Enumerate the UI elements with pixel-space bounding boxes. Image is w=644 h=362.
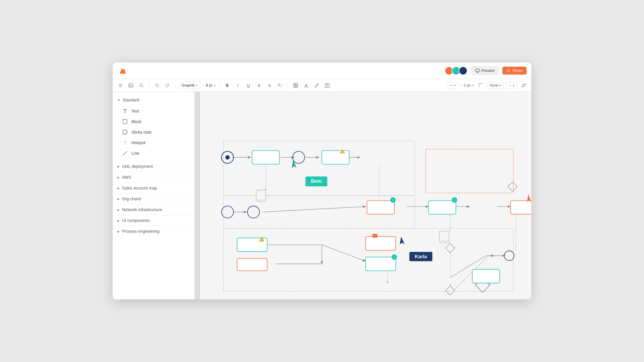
- svg-line-18: [317, 84, 318, 85]
- image-icon[interactable]: [127, 81, 135, 89]
- diagram-svg: ! ✓: [200, 92, 531, 299]
- font-size-minus[interactable]: −: [203, 83, 205, 88]
- font-family-selector[interactable]: Graphik ▾: [179, 82, 200, 89]
- sidebar-item-hotspot[interactable]: Hotspot: [113, 137, 194, 148]
- present-button[interactable]: Present: [471, 66, 499, 75]
- sticky-note-item-label: Sticky note: [131, 130, 151, 135]
- svg-text:": ": [374, 235, 375, 237]
- chevron-right-icon: ▶: [117, 165, 120, 168]
- pen-icon[interactable]: [313, 81, 321, 89]
- svg-text:Beto: Beto: [311, 178, 322, 184]
- sticky-note-icon: [122, 129, 128, 135]
- bold-button[interactable]: B: [223, 81, 232, 89]
- line-type-dropdown[interactable]: — ▾: [447, 82, 458, 89]
- ui-components-label: UI components: [122, 218, 150, 223]
- sidebar-item-network-infrastructure[interactable]: ▶ Network infrastructure: [113, 204, 194, 215]
- diagram-area[interactable]: ! ✓: [200, 92, 531, 299]
- chevron-down-icon: ▾: [196, 84, 198, 87]
- svg-text:✓: ✓: [453, 199, 456, 202]
- block-shape-icon: [122, 119, 128, 125]
- sidebar-item-sticky-note[interactable]: Sticky note: [113, 127, 194, 137]
- line-item-label: Line: [131, 151, 139, 156]
- align-button[interactable]: ≡: [266, 81, 274, 89]
- svg-rect-91: [446, 244, 455, 253]
- share-button[interactable]: Share: [502, 67, 527, 75]
- arrow-style-value: →: [508, 83, 512, 87]
- svg-text:✓: ✓: [393, 256, 395, 259]
- dropdown-arrow-icon: ▾: [454, 84, 455, 87]
- svg-rect-29: [426, 149, 513, 193]
- font-size-plus[interactable]: +: [213, 83, 216, 88]
- svg-rect-0: [476, 69, 479, 72]
- settings-icon[interactable]: [116, 81, 124, 89]
- svg-point-11: [140, 84, 143, 86]
- arrow-start-dropdown[interactable]: None ▾: [487, 82, 503, 89]
- svg-rect-13: [294, 83, 295, 85]
- swap-icon[interactable]: [520, 81, 528, 89]
- line-width-value: 2 px: [464, 83, 471, 87]
- minus-width[interactable]: −: [460, 83, 463, 87]
- text-item-label: Text: [131, 109, 139, 113]
- sidebar-item-sales-account-map[interactable]: ▶ Sales account map: [113, 182, 194, 193]
- uml-deployment-label: UML deployment: [122, 164, 153, 169]
- table-icon[interactable]: [323, 81, 331, 89]
- vertical-scrollbar[interactable]: [195, 92, 200, 299]
- text-shape-icon: [122, 108, 128, 114]
- present-icon: [475, 69, 479, 73]
- search-icon[interactable]: [137, 81, 145, 89]
- svg-point-72: [247, 206, 259, 218]
- svg-rect-9: [129, 84, 133, 87]
- svg-marker-102: [400, 237, 405, 245]
- sidebar-item-line[interactable]: Line: [113, 148, 194, 158]
- svg-rect-14: [296, 83, 298, 85]
- avatar-group: [445, 66, 467, 75]
- fill-icon[interactable]: [302, 81, 310, 89]
- shape-icon[interactable]: [292, 81, 300, 89]
- svg-rect-24: [123, 120, 127, 124]
- sidebar-item-org-charts[interactable]: ▶ Org charts: [113, 193, 194, 204]
- sidebar-item-block[interactable]: Block: [113, 116, 194, 127]
- sidebar-item-uml-deployment[interactable]: ▶ UML deployment: [113, 161, 194, 172]
- dropdown-arrow-icon2: ▾: [499, 84, 501, 87]
- svg-rect-55: [446, 286, 455, 295]
- svg-point-64: [225, 155, 230, 160]
- sidebar-item-ui-components[interactable]: ▶ UI components: [113, 215, 194, 226]
- plus-width[interactable]: +: [472, 83, 475, 87]
- header: Present Share: [113, 63, 531, 79]
- svg-rect-15: [294, 86, 295, 87]
- svg-line-6: [507, 70, 510, 71]
- svg-line-25: [123, 151, 127, 155]
- line-shape-icon: [122, 150, 128, 156]
- svg-line-7: [507, 71, 510, 72]
- sidebar-item-aws[interactable]: ▶ AWS: [113, 172, 194, 182]
- svg-text:Karla: Karla: [415, 254, 427, 259]
- svg-point-8: [120, 85, 121, 86]
- svg-rect-26: [223, 141, 415, 196]
- arrow-end-dropdown[interactable]: → ▾: [506, 82, 517, 89]
- svg-text:✓: ✓: [392, 199, 394, 202]
- text-size-button[interactable]: T↕: [276, 81, 284, 89]
- svg-rect-73: [367, 201, 394, 214]
- font-family-value: Graphik: [181, 83, 195, 87]
- sidebar-item-text[interactable]: Text: [113, 106, 194, 116]
- network-infrastructure-label: Network infrastructure: [122, 207, 162, 212]
- svg-point-10: [130, 84, 131, 85]
- main-content: ▼ Standard Text: [113, 92, 531, 299]
- svg-rect-67: [322, 151, 349, 164]
- undo-icon[interactable]: [153, 81, 161, 89]
- color-button[interactable]: A: [255, 81, 263, 89]
- chevron-right-icon: ▶: [117, 197, 120, 201]
- canvas[interactable]: ! ✓: [195, 92, 531, 299]
- process-engineering-label: Process engineering: [122, 229, 160, 234]
- share-icon: [506, 69, 511, 73]
- share-label: Share: [512, 68, 523, 73]
- standard-items-list: Text Block: [113, 105, 194, 161]
- italic-button[interactable]: I: [234, 81, 242, 89]
- sidebar-item-process-engineering[interactable]: ▶ Process engineering: [113, 226, 194, 237]
- redo-icon[interactable]: [163, 81, 172, 89]
- underline-button[interactable]: U: [244, 81, 253, 89]
- standard-section-header[interactable]: ▼ Standard: [113, 95, 194, 105]
- corner-icon[interactable]: [477, 81, 485, 89]
- sales-account-map-label: Sales account map: [122, 186, 157, 190]
- chevron-right-icon: ▶: [117, 187, 120, 190]
